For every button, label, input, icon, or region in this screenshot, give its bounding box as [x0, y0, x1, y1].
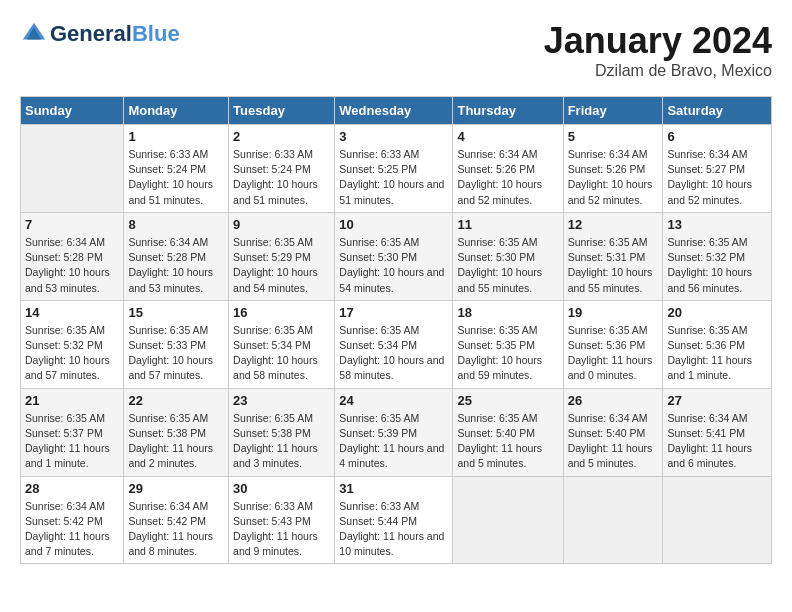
day-number: 5: [568, 129, 659, 144]
month-title: January 2024: [544, 20, 772, 62]
day-number: 28: [25, 481, 119, 496]
calendar-cell: [563, 476, 663, 564]
day-info: Sunrise: 6:35 AMSunset: 5:32 PMDaylight:…: [667, 235, 767, 296]
weekday-header: Friday: [563, 97, 663, 125]
weekday-header: Tuesday: [229, 97, 335, 125]
day-info: Sunrise: 6:35 AMSunset: 5:31 PMDaylight:…: [568, 235, 659, 296]
day-info: Sunrise: 6:33 AMSunset: 5:24 PMDaylight:…: [233, 147, 330, 208]
day-info: Sunrise: 6:33 AMSunset: 5:25 PMDaylight:…: [339, 147, 448, 208]
day-info: Sunrise: 6:35 AMSunset: 5:32 PMDaylight:…: [25, 323, 119, 384]
day-number: 17: [339, 305, 448, 320]
calendar-week-row: 7Sunrise: 6:34 AMSunset: 5:28 PMDaylight…: [21, 212, 772, 300]
day-info: Sunrise: 6:35 AMSunset: 5:40 PMDaylight:…: [457, 411, 558, 472]
calendar-cell: 6Sunrise: 6:34 AMSunset: 5:27 PMDaylight…: [663, 125, 772, 213]
day-info: Sunrise: 6:35 AMSunset: 5:38 PMDaylight:…: [233, 411, 330, 472]
day-info: Sunrise: 6:35 AMSunset: 5:30 PMDaylight:…: [457, 235, 558, 296]
calendar-week-row: 28Sunrise: 6:34 AMSunset: 5:42 PMDayligh…: [21, 476, 772, 564]
weekday-header: Saturday: [663, 97, 772, 125]
calendar-cell: 8Sunrise: 6:34 AMSunset: 5:28 PMDaylight…: [124, 212, 229, 300]
day-info: Sunrise: 6:34 AMSunset: 5:28 PMDaylight:…: [128, 235, 224, 296]
day-number: 24: [339, 393, 448, 408]
calendar-cell: 27Sunrise: 6:34 AMSunset: 5:41 PMDayligh…: [663, 388, 772, 476]
day-number: 11: [457, 217, 558, 232]
calendar-cell: 22Sunrise: 6:35 AMSunset: 5:38 PMDayligh…: [124, 388, 229, 476]
calendar-cell: [21, 125, 124, 213]
calendar-cell: 13Sunrise: 6:35 AMSunset: 5:32 PMDayligh…: [663, 212, 772, 300]
weekday-header: Sunday: [21, 97, 124, 125]
calendar-cell: 5Sunrise: 6:34 AMSunset: 5:26 PMDaylight…: [563, 125, 663, 213]
day-number: 31: [339, 481, 448, 496]
day-number: 21: [25, 393, 119, 408]
day-number: 1: [128, 129, 224, 144]
day-info: Sunrise: 6:34 AMSunset: 5:27 PMDaylight:…: [667, 147, 767, 208]
calendar-cell: 7Sunrise: 6:34 AMSunset: 5:28 PMDaylight…: [21, 212, 124, 300]
day-number: 9: [233, 217, 330, 232]
calendar-cell: 1Sunrise: 6:33 AMSunset: 5:24 PMDaylight…: [124, 125, 229, 213]
weekday-header: Thursday: [453, 97, 563, 125]
day-info: Sunrise: 6:33 AMSunset: 5:43 PMDaylight:…: [233, 499, 330, 560]
location: Dzilam de Bravo, Mexico: [544, 62, 772, 80]
day-number: 29: [128, 481, 224, 496]
calendar-cell: 31Sunrise: 6:33 AMSunset: 5:44 PMDayligh…: [335, 476, 453, 564]
day-info: Sunrise: 6:33 AMSunset: 5:44 PMDaylight:…: [339, 499, 448, 560]
calendar-week-row: 21Sunrise: 6:35 AMSunset: 5:37 PMDayligh…: [21, 388, 772, 476]
day-info: Sunrise: 6:34 AMSunset: 5:42 PMDaylight:…: [128, 499, 224, 560]
calendar-cell: 10Sunrise: 6:35 AMSunset: 5:30 PMDayligh…: [335, 212, 453, 300]
day-info: Sunrise: 6:35 AMSunset: 5:37 PMDaylight:…: [25, 411, 119, 472]
calendar-cell: 24Sunrise: 6:35 AMSunset: 5:39 PMDayligh…: [335, 388, 453, 476]
calendar-cell: 9Sunrise: 6:35 AMSunset: 5:29 PMDaylight…: [229, 212, 335, 300]
day-number: 13: [667, 217, 767, 232]
day-number: 12: [568, 217, 659, 232]
calendar-week-row: 1Sunrise: 6:33 AMSunset: 5:24 PMDaylight…: [21, 125, 772, 213]
day-number: 3: [339, 129, 448, 144]
calendar-cell: 23Sunrise: 6:35 AMSunset: 5:38 PMDayligh…: [229, 388, 335, 476]
day-info: Sunrise: 6:35 AMSunset: 5:34 PMDaylight:…: [233, 323, 330, 384]
calendar-cell: 15Sunrise: 6:35 AMSunset: 5:33 PMDayligh…: [124, 300, 229, 388]
day-number: 30: [233, 481, 330, 496]
logo: GeneralBlue: [20, 20, 180, 48]
header-row: SundayMondayTuesdayWednesdayThursdayFrid…: [21, 97, 772, 125]
day-info: Sunrise: 6:35 AMSunset: 5:33 PMDaylight:…: [128, 323, 224, 384]
day-number: 4: [457, 129, 558, 144]
calendar-table: SundayMondayTuesdayWednesdayThursdayFrid…: [20, 96, 772, 564]
calendar-cell: 14Sunrise: 6:35 AMSunset: 5:32 PMDayligh…: [21, 300, 124, 388]
day-number: 7: [25, 217, 119, 232]
day-number: 6: [667, 129, 767, 144]
calendar-cell: [453, 476, 563, 564]
day-info: Sunrise: 6:35 AMSunset: 5:30 PMDaylight:…: [339, 235, 448, 296]
day-info: Sunrise: 6:35 AMSunset: 5:38 PMDaylight:…: [128, 411, 224, 472]
day-info: Sunrise: 6:34 AMSunset: 5:28 PMDaylight:…: [25, 235, 119, 296]
day-number: 15: [128, 305, 224, 320]
calendar-cell: 17Sunrise: 6:35 AMSunset: 5:34 PMDayligh…: [335, 300, 453, 388]
weekday-header: Monday: [124, 97, 229, 125]
day-info: Sunrise: 6:34 AMSunset: 5:42 PMDaylight:…: [25, 499, 119, 560]
day-info: Sunrise: 6:34 AMSunset: 5:40 PMDaylight:…: [568, 411, 659, 472]
day-info: Sunrise: 6:34 AMSunset: 5:26 PMDaylight:…: [457, 147, 558, 208]
calendar-cell: 30Sunrise: 6:33 AMSunset: 5:43 PMDayligh…: [229, 476, 335, 564]
day-info: Sunrise: 6:33 AMSunset: 5:24 PMDaylight:…: [128, 147, 224, 208]
day-number: 16: [233, 305, 330, 320]
day-number: 25: [457, 393, 558, 408]
calendar-cell: 28Sunrise: 6:34 AMSunset: 5:42 PMDayligh…: [21, 476, 124, 564]
day-number: 18: [457, 305, 558, 320]
day-number: 20: [667, 305, 767, 320]
day-info: Sunrise: 6:35 AMSunset: 5:36 PMDaylight:…: [667, 323, 767, 384]
calendar-cell: 25Sunrise: 6:35 AMSunset: 5:40 PMDayligh…: [453, 388, 563, 476]
day-info: Sunrise: 6:35 AMSunset: 5:29 PMDaylight:…: [233, 235, 330, 296]
day-info: Sunrise: 6:35 AMSunset: 5:39 PMDaylight:…: [339, 411, 448, 472]
calendar-cell: 26Sunrise: 6:34 AMSunset: 5:40 PMDayligh…: [563, 388, 663, 476]
calendar-cell: 4Sunrise: 6:34 AMSunset: 5:26 PMDaylight…: [453, 125, 563, 213]
day-number: 8: [128, 217, 224, 232]
calendar-cell: 19Sunrise: 6:35 AMSunset: 5:36 PMDayligh…: [563, 300, 663, 388]
calendar-header: SundayMondayTuesdayWednesdayThursdayFrid…: [21, 97, 772, 125]
calendar-cell: 2Sunrise: 6:33 AMSunset: 5:24 PMDaylight…: [229, 125, 335, 213]
day-info: Sunrise: 6:34 AMSunset: 5:26 PMDaylight:…: [568, 147, 659, 208]
page-header: GeneralBlue January 2024 Dzilam de Bravo…: [20, 20, 772, 80]
calendar-cell: 21Sunrise: 6:35 AMSunset: 5:37 PMDayligh…: [21, 388, 124, 476]
calendar-cell: [663, 476, 772, 564]
logo-text: GeneralBlue: [50, 22, 180, 46]
day-info: Sunrise: 6:34 AMSunset: 5:41 PMDaylight:…: [667, 411, 767, 472]
day-number: 22: [128, 393, 224, 408]
day-info: Sunrise: 6:35 AMSunset: 5:35 PMDaylight:…: [457, 323, 558, 384]
logo-icon: [20, 20, 48, 48]
